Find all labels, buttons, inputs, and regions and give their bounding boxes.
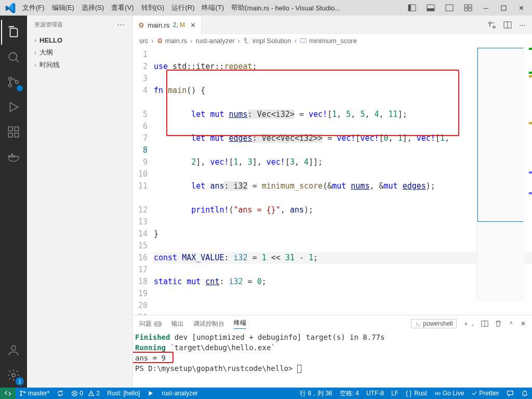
panel-tabs: 问题2 输出 调试控制台 终端 powershell ＋ ⌄ ＾ ✕ [133, 315, 532, 332]
sidebar-item-timeline[interactable]: ›时间线 [27, 59, 132, 71]
layout-left-icon[interactable] [403, 0, 421, 16]
split-terminal-icon[interactable] [481, 320, 488, 327]
breadcrumb[interactable]: src› ⚙main.rs› rust-analyzer› impl Solut… [133, 34, 532, 47]
activity-explorer[interactable] [1, 20, 26, 45]
layout-right-icon[interactable] [441, 0, 458, 16]
rust-file-icon: ⚙ [138, 21, 144, 29]
panel-tab-terminal[interactable]: 终端 [234, 318, 246, 329]
activity-scm[interactable] [1, 70, 26, 95]
svg-point-27 [493, 26, 495, 28]
statusbar: master* 0 2 Rust: [hello] rust-analyzer … [0, 388, 532, 399]
close-button[interactable]: ✕ [512, 0, 530, 16]
terminal-shell-select[interactable]: powershell [411, 319, 456, 328]
svg-rect-4 [446, 5, 453, 11]
menu-goto[interactable]: 转到(G) [138, 0, 168, 16]
status-problems[interactable]: 0 2 [68, 388, 103, 399]
status-branch[interactable]: master* [16, 388, 53, 399]
line-gutter: 1234 567891011 12131415161718192021 [133, 47, 154, 315]
menu-help[interactable]: 帮助(main.rs - hello - Visual Studio... [228, 0, 344, 16]
chevron-right-icon: › [31, 49, 39, 56]
menu-run[interactable]: 运行(R) [168, 0, 198, 16]
status-encoding[interactable]: UTF-8 [363, 388, 388, 399]
sidebar-title: 资源管理器⋯ [27, 16, 132, 34]
overview-ruler[interactable] [525, 47, 532, 301]
terminal-body[interactable]: Finished dev [unoptimized + debuginfo] t… [133, 332, 532, 388]
status-eol[interactable]: LF [388, 388, 402, 399]
minimize-button[interactable]: ─ [477, 0, 495, 16]
activity-bar: 1 [0, 16, 27, 388]
svg-marker-15 [10, 102, 18, 111]
vscode-logo-icon [5, 3, 16, 13]
menu-terminal[interactable]: 终端(T) [198, 0, 228, 16]
bottom-panel: 问题2 输出 调试控制台 终端 powershell ＋ ⌄ ＾ ✕ Finis… [133, 315, 532, 388]
menu-select[interactable]: 选择(S) [78, 0, 108, 16]
status-rust[interactable]: Rust: [hello] [103, 388, 143, 399]
kill-terminal-icon[interactable] [495, 320, 502, 327]
svg-rect-3 [427, 8, 434, 11]
svg-rect-30 [301, 39, 307, 43]
sidebar: 资源管理器⋯ ›HELLO ›大纲 ›时间线 [27, 16, 133, 388]
status-analyzer[interactable]: rust-analyzer [158, 388, 201, 399]
activity-debug[interactable] [1, 95, 26, 119]
layout-bottom-icon[interactable] [422, 0, 440, 16]
svg-point-24 [11, 345, 16, 350]
activity-docker[interactable] [1, 144, 26, 169]
remote-indicator[interactable] [0, 388, 16, 399]
svg-marker-42 [149, 391, 153, 396]
activity-extensions[interactable] [1, 119, 26, 144]
svg-rect-5 [464, 5, 468, 7]
panel-tab-debug[interactable]: 调试控制台 [193, 320, 224, 328]
svg-rect-1 [408, 5, 411, 11]
svg-point-43 [437, 392, 438, 394]
compare-icon[interactable] [488, 21, 496, 29]
tab-more-icon[interactable]: ⋯ [519, 21, 526, 29]
svg-point-25 [12, 374, 16, 377]
new-terminal-icon[interactable]: ＋ ⌄ [463, 320, 475, 328]
status-feedback[interactable] [503, 388, 517, 399]
status-spaces[interactable]: 空格: 4 [336, 388, 363, 399]
svg-rect-9 [501, 6, 506, 10]
activity-settings[interactable]: 1 [1, 363, 26, 388]
svg-point-35 [20, 394, 22, 396]
status-debug[interactable] [143, 388, 158, 399]
status-golive[interactable]: Go Live [431, 388, 468, 399]
svg-rect-19 [15, 127, 19, 131]
editor-tabs: ⚙ main.rs 2, M ✕ ⋯ [133, 16, 532, 34]
svg-point-10 [9, 52, 17, 60]
menu-edit[interactable]: 编辑(E) [48, 0, 78, 16]
svg-rect-6 [469, 5, 472, 7]
titlebar: 文件(F) 编辑(E) 选择(S) 查看(V) 转到(G) 运行(R) 终端(T… [0, 0, 532, 16]
menu-view[interactable]: 查看(V) [108, 0, 137, 16]
panel-tab-problems[interactable]: 问题2 [139, 320, 162, 328]
tab-close-icon[interactable]: ✕ [190, 21, 196, 29]
panel-tab-output[interactable]: 输出 [171, 320, 184, 328]
svg-rect-18 [15, 133, 19, 137]
highlight-box-code [166, 70, 459, 136]
svg-rect-17 [8, 133, 12, 137]
status-position[interactable]: 行 8，列 36 [296, 388, 336, 399]
layout-custom-icon[interactable] [459, 0, 477, 16]
sidebar-more-icon[interactable]: ⋯ [117, 20, 125, 30]
menu-file[interactable]: 文件(F) [19, 0, 48, 16]
maximize-button[interactable] [495, 0, 512, 16]
activity-search[interactable] [1, 45, 26, 70]
split-icon[interactable] [503, 21, 512, 29]
svg-line-11 [16, 59, 18, 62]
svg-point-34 [20, 391, 22, 392]
svg-rect-23 [11, 154, 13, 155]
status-bell[interactable] [517, 388, 532, 399]
minimap[interactable] [477, 47, 525, 301]
panel-close-icon[interactable]: ✕ [521, 320, 526, 327]
sidebar-item-hello[interactable]: ›HELLO [27, 34, 132, 46]
activity-account[interactable] [1, 338, 26, 363]
status-sync[interactable] [53, 388, 68, 399]
svg-point-26 [489, 22, 491, 24]
status-prettier[interactable]: Prettier [468, 388, 503, 399]
tab-main-rs[interactable]: ⚙ main.rs 2, M ✕ [133, 16, 202, 34]
panel-maximize-icon[interactable]: ＾ [508, 320, 514, 328]
status-lang[interactable]: { }Rust [402, 388, 431, 399]
sidebar-item-outline[interactable]: ›大纲 [27, 46, 132, 59]
chevron-right-icon: › [31, 37, 39, 43]
code-editor[interactable]: 1234 567891011 12131415161718192021 use … [133, 47, 532, 315]
scm-badge-icon [17, 85, 23, 91]
